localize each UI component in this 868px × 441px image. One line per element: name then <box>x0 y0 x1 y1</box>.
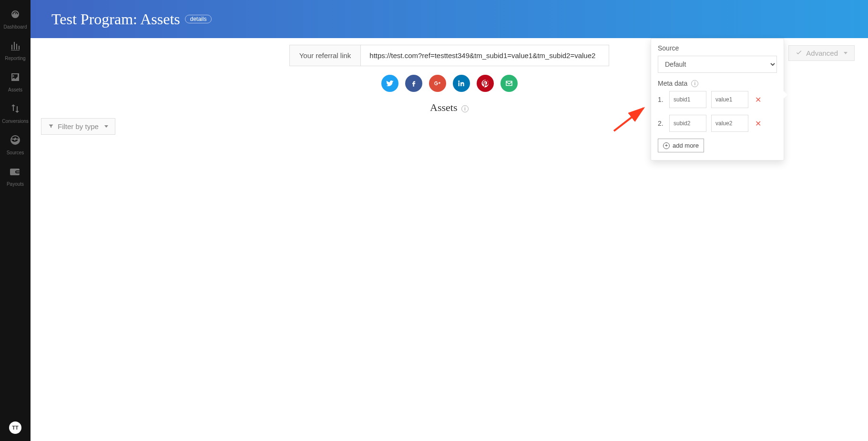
pinterest-icon[interactable] <box>477 75 494 92</box>
metadata-key-input-1[interactable] <box>669 91 706 108</box>
sidebar-label-conversions: Conversions <box>2 119 29 124</box>
metadata-value-input-1[interactable] <box>711 91 748 108</box>
referral-label: Your referral link <box>290 45 361 66</box>
referral-box: Your referral link https://test.com?ref=… <box>289 45 610 66</box>
check-icon <box>796 49 802 57</box>
arrows-icon <box>10 103 21 116</box>
sidebar-item-assets[interactable]: Assets <box>8 71 22 92</box>
row-number: 1. <box>658 96 664 103</box>
metadata-key-input-2[interactable] <box>669 115 706 132</box>
advanced-label: Advanced <box>806 49 838 57</box>
gauge-icon <box>10 9 21 22</box>
globe-icon <box>10 134 21 148</box>
user-avatar[interactable]: TT <box>9 421 21 434</box>
assets-heading: Assets <box>430 101 457 113</box>
sidebar-nav: Dashboard Reporting Assets Conversions S… <box>0 0 31 441</box>
page-header: Test Program: Assets details <box>31 0 868 38</box>
sidebar-item-dashboard[interactable]: Dashboard <box>4 9 27 30</box>
sidebar-item-conversions[interactable]: Conversions <box>2 103 29 124</box>
sidebar-item-sources[interactable]: Sources <box>7 134 24 155</box>
metadata-label-row: Meta data i <box>658 80 777 87</box>
metadata-label: Meta data <box>658 80 687 87</box>
details-button[interactable]: details <box>185 15 212 23</box>
linkedin-icon[interactable] <box>453 75 470 92</box>
add-more-button[interactable]: + add more <box>658 139 704 152</box>
facebook-icon[interactable] <box>405 75 422 92</box>
source-select[interactable]: Default <box>658 56 777 73</box>
sidebar-label-assets: Assets <box>8 87 22 92</box>
info-icon[interactable]: i <box>691 80 698 87</box>
sidebar-label-payouts: Payouts <box>7 181 24 187</box>
source-label: Source <box>658 44 777 52</box>
filter-by-type-button[interactable]: Filter by type <box>41 118 115 135</box>
add-more-label: add more <box>673 142 699 149</box>
caret-down-icon <box>104 125 108 128</box>
advanced-popover: Source Default Meta data i 1. ✕ 2. ✕ <box>651 38 784 160</box>
filter-icon <box>48 122 54 130</box>
plus-circle-icon: + <box>663 142 670 149</box>
google-plus-icon[interactable] <box>429 75 446 92</box>
sidebar-label-reporting: Reporting <box>5 56 25 61</box>
filter-label: Filter by type <box>58 122 99 130</box>
referral-link-text[interactable]: https://test.com?ref=testtest349&tm_subi… <box>361 45 609 66</box>
main-area: Test Program: Assets details Your referr… <box>31 0 868 441</box>
metadata-row-1: 1. ✕ <box>658 91 777 108</box>
wallet-icon <box>10 166 21 179</box>
metadata-row-2: 2. ✕ <box>658 115 777 132</box>
sidebar-label-dashboard: Dashboard <box>4 24 27 30</box>
page-title: Test Program: Assets <box>51 10 180 28</box>
avatar-initials: TT <box>12 425 18 431</box>
metadata-value-input-2[interactable] <box>711 115 748 132</box>
sidebar-label-sources: Sources <box>7 150 24 155</box>
row-number: 2. <box>658 120 664 127</box>
sidebar-item-reporting[interactable]: Reporting <box>5 40 25 61</box>
info-icon[interactable]: i <box>461 105 469 112</box>
twitter-icon[interactable] <box>381 75 398 92</box>
remove-row-icon[interactable]: ✕ <box>755 95 761 104</box>
sidebar-item-payouts[interactable]: Payouts <box>7 166 24 187</box>
content: Your referral link https://test.com?ref=… <box>31 38 868 121</box>
advanced-button[interactable]: Advanced <box>788 45 855 61</box>
image-icon <box>10 71 21 85</box>
remove-row-icon[interactable]: ✕ <box>755 119 761 128</box>
chart-icon <box>10 40 21 53</box>
email-icon[interactable] <box>500 75 518 92</box>
caret-down-icon <box>844 52 848 54</box>
